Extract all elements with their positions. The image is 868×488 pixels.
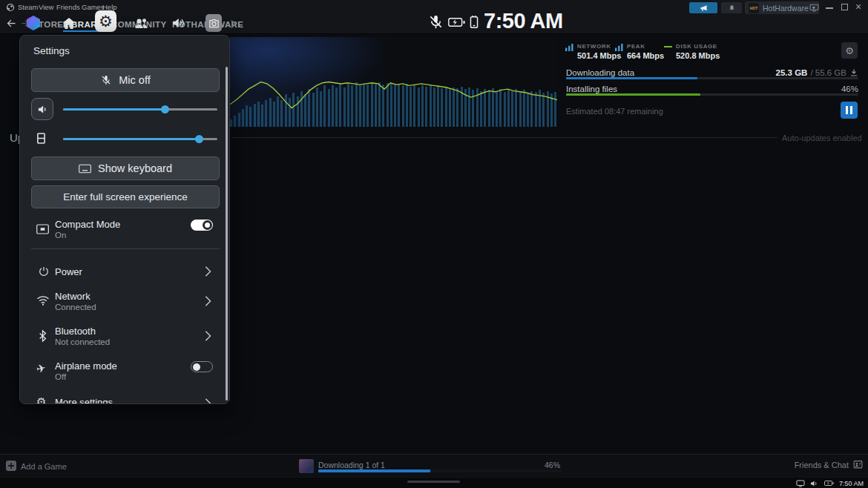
airplane-icon: ✈ [35,361,47,376]
controller-icon [469,15,479,30]
network-graph [230,37,557,127]
chevron-right-icon [203,398,212,404]
installing-files-label: Installing files [566,85,617,93]
panel-title: Settings [33,45,70,56]
compact-mode-icon [36,224,49,234]
mic-muted-icon [427,13,444,30]
close-button[interactable]: × [855,1,861,13]
notifications-button[interactable] [721,2,742,13]
menu-steam[interactable]: Steam [18,0,38,15]
back-arrow-icon[interactable] [6,18,17,29]
minimize-button[interactable] [826,7,833,9]
bluetooth-row[interactable]: Bluetooth Not connected [20,323,230,355]
airplane-mode-toggle[interactable] [191,361,213,372]
compact-mode-row[interactable]: Compact Mode On [20,214,230,245]
disk-usage-line [230,82,557,108]
system-tray: 7:50 AM [796,478,864,488]
keyboard-icon [79,164,91,174]
panel-scrollbar[interactable] [226,67,228,400]
overlay-chevron-right-icon[interactable] [229,19,237,29]
friends-chat-label: Friends & Chat [795,461,849,469]
compact-mode-state: On [55,231,66,240]
fullscreen-button[interactable]: Enter full screen experience [31,185,220,208]
account-menu[interactable]: HOT HotHardware ▾ [745,1,819,14]
stream-display-icon[interactable] [809,4,819,12]
friends-chat-button[interactable]: Friends & Chat [795,460,863,469]
peak-bars-icon [615,44,623,51]
wifi-icon [36,295,50,306]
screenshot-camera-icon[interactable] [206,14,222,32]
megaphone-icon [700,4,708,12]
speaker-icon [37,104,48,115]
tray-display-icon[interactable] [796,480,805,487]
compact-mode-label: Compact Mode [55,219,120,230]
install-progress-fill [566,93,700,96]
power-label: Power [55,266,82,277]
account-name: HotHardware [763,4,809,13]
stat-peak: PEAK 664 Mbps [615,43,664,60]
chevron-right-icon [203,266,212,277]
announcements-button[interactable] [689,2,717,13]
install-percent: 46% [841,85,858,93]
pause-icon [846,106,848,114]
section-divider [232,137,777,138]
brightness-display-icon [36,132,46,145]
menu-bar: Steam View Friends Games Help HOT HotHar… [0,0,868,15]
download-status-label[interactable]: Downloading 1 of 1 [318,461,385,469]
volume-slider[interactable] [63,108,217,111]
volume-slider-knob[interactable] [161,105,169,113]
download-progress-track [566,77,858,79]
maximize-button[interactable] [841,4,848,10]
home-icon[interactable] [62,17,76,30]
total-size: / 55.6 GB [810,68,846,77]
volume-icon[interactable] [171,16,185,30]
taskbar-app-indicator[interactable] [407,481,460,483]
overlay-clock: 7:50 AM [484,9,563,33]
mic-off-button[interactable]: Mic off [31,68,220,92]
taskbar-clock[interactable]: 7:50 AM [839,480,864,487]
volume-output-button[interactable] [31,98,53,120]
downloaded-size: 25.3 GB [776,68,808,77]
menu-view[interactable]: View [39,0,53,15]
menu-friends[interactable]: Friends [56,0,80,15]
download-size: 25.3 GB / 55.6 GB [776,68,858,77]
friends-icon[interactable] [134,17,148,30]
tray-speaker-icon[interactable] [810,480,819,487]
download-thumbnail[interactable] [299,459,314,473]
pause-button[interactable] [841,102,858,119]
show-keyboard-label: Show keyboard [98,162,172,174]
network-label: Network [55,291,91,302]
network-row[interactable]: Network Connected [20,287,230,320]
power-icon [38,266,50,277]
show-keyboard-button[interactable]: Show keyboard [31,156,220,180]
power-row[interactable]: Power [20,260,230,285]
brightness-slider-knob[interactable] [195,135,203,143]
add-game-plus-icon [6,461,16,471]
volume-slider-fill [63,108,165,111]
bluetooth-state: Not connected [55,337,110,346]
more-settings-row[interactable]: ⚙ More settings [20,392,230,404]
bluetooth-label: Bluetooth [55,326,96,337]
quick-settings-panel: Settings Mic off [19,35,230,404]
steam-client-window: Steam View Friends Games Help HOT HotHar… [0,0,868,488]
estimate-label: Estimated 08:47 remaining [566,107,663,116]
quick-settings-gear-icon[interactable]: ⚙ [95,10,116,32]
downloading-data-label: Downloading data [566,68,634,77]
airplane-mode-state: Off [55,372,66,381]
brightness-slider[interactable] [63,138,217,140]
brightness-slider-fill [63,138,199,140]
more-settings-label: More settings [55,397,113,404]
download-settings-gear-icon[interactable]: ⚙ [841,42,858,59]
airplane-mode-row[interactable]: ✈ Airplane mode Off [20,357,230,391]
compact-mode-toggle[interactable] [191,220,213,231]
windows-taskbar: 7:50 AM [0,477,868,488]
add-game-button[interactable]: Add a Game [21,462,67,471]
steam-logo-icon [6,3,15,12]
airplane-mode-label: Airplane mode [55,360,117,372]
bottom-progress-track [318,469,562,472]
install-progress-track [566,93,858,96]
network-state: Connected [55,303,96,311]
tray-battery-icon[interactable] [824,480,834,487]
bell-icon [729,4,735,12]
more-settings-gear-icon: ⚙ [36,395,46,404]
